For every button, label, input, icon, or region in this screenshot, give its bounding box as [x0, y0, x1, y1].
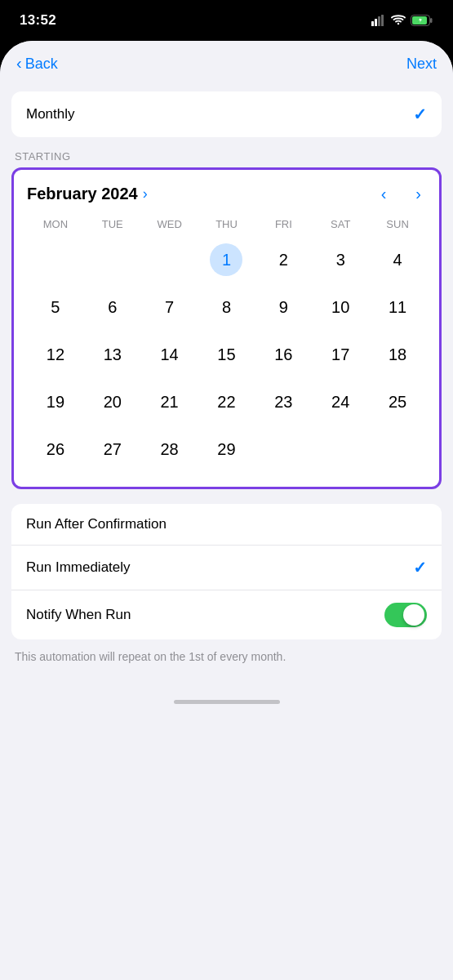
- day-cell-18[interactable]: 18: [369, 332, 426, 377]
- day-cell-6[interactable]: 6: [84, 284, 141, 330]
- options-section: Run After Confirmation Run Immediately ✓…: [11, 504, 442, 639]
- day-cell-5[interactable]: 5: [27, 284, 84, 330]
- back-button[interactable]: ‹ Back: [16, 55, 58, 73]
- starting-section-label: STARTING: [0, 137, 453, 167]
- day-cell-13[interactable]: 13: [84, 332, 141, 377]
- notify-when-run-toggle[interactable]: [384, 603, 427, 627]
- run-after-confirmation-row[interactable]: Run After Confirmation: [11, 504, 442, 545]
- calendar-nav: ‹ ›: [376, 183, 426, 205]
- day-cell-24[interactable]: 24: [312, 379, 369, 425]
- calendar-title-group[interactable]: February 2024 ›: [27, 185, 148, 203]
- calendar-month-title: February 2024: [27, 185, 138, 203]
- calendar-grid: MON TUE WED THU FRI SAT SUN 1 2 3 4 5: [27, 215, 426, 472]
- calendar-expand-icon: ›: [143, 185, 148, 203]
- day-cell-19[interactable]: 19: [27, 379, 84, 425]
- monthly-row[interactable]: Monthly ✓: [11, 91, 442, 137]
- notify-when-run-label: Notify When Run: [26, 607, 131, 623]
- day-cell-25[interactable]: 25: [369, 379, 426, 425]
- day-cell-22[interactable]: 22: [198, 379, 255, 425]
- signal-icon: [371, 15, 386, 26]
- week-row-5: 26 27 28 29: [27, 426, 426, 472]
- run-immediately-row[interactable]: Run Immediately ✓: [11, 545, 442, 590]
- day-cell-1[interactable]: 1: [198, 237, 255, 283]
- day-cell-11[interactable]: 11: [369, 284, 426, 330]
- day-cell-empty: [27, 237, 84, 283]
- day-cell-9[interactable]: 9: [255, 284, 312, 330]
- day-cell-20[interactable]: 20: [84, 379, 141, 425]
- svg-rect-3: [381, 15, 384, 26]
- day-header-mon: MON: [27, 215, 84, 234]
- day-cell-17[interactable]: 17: [312, 332, 369, 377]
- day-cell-23[interactable]: 23: [255, 379, 312, 425]
- day-header-fri: FRI: [255, 215, 312, 234]
- status-time: 13:52: [20, 12, 56, 29]
- back-chevron-icon: ‹: [16, 54, 22, 73]
- day-cell-29[interactable]: 29: [198, 426, 255, 472]
- week-row-3: 12 13 14 15 16 17 18: [27, 332, 426, 377]
- day-header-wed: WED: [141, 215, 198, 234]
- day-cell-empty: [141, 237, 198, 283]
- day-cell-12[interactable]: 12: [27, 332, 84, 377]
- day-header-sun: SUN: [369, 215, 426, 234]
- day-cell-16[interactable]: 16: [255, 332, 312, 377]
- calendar: February 2024 › ‹ › MON TUE WED THU FRI …: [11, 167, 442, 489]
- calendar-next-button[interactable]: ›: [411, 183, 426, 205]
- day-cell-4[interactable]: 4: [369, 237, 426, 283]
- day-cell-7[interactable]: 7: [141, 284, 198, 330]
- svg-rect-1: [375, 19, 377, 26]
- calendar-header: February 2024 › ‹ ›: [27, 183, 426, 205]
- svg-rect-0: [371, 21, 374, 26]
- day-header-tue: TUE: [84, 215, 141, 234]
- back-label: Back: [25, 56, 58, 73]
- day-cell-8[interactable]: 8: [198, 284, 255, 330]
- day-cell-2[interactable]: 2: [255, 237, 312, 283]
- day-cell-21[interactable]: 21: [141, 379, 198, 425]
- next-button[interactable]: Next: [406, 56, 437, 73]
- day-header-sat: SAT: [312, 215, 369, 234]
- day-cell-empty: [369, 426, 426, 472]
- day-cell-15[interactable]: 15: [198, 332, 255, 377]
- calendar-prev-button[interactable]: ‹: [376, 183, 392, 205]
- status-bar: 13:52: [0, 0, 453, 41]
- svg-rect-5: [430, 18, 433, 23]
- toggle-knob: [403, 604, 424, 626]
- day-cell-14[interactable]: 14: [141, 332, 198, 377]
- day-cell-empty: [255, 426, 312, 472]
- wifi-icon: [391, 15, 406, 26]
- footer-text: This automation will repeat on the 1st o…: [0, 639, 453, 670]
- battery-icon: [411, 15, 433, 26]
- run-after-confirmation-label: Run After Confirmation: [26, 516, 167, 532]
- monthly-label: Monthly: [26, 106, 75, 122]
- screen-content: ‹ Back Next Monthly ✓ STARTING February …: [0, 41, 453, 980]
- day-cell-empty: [312, 426, 369, 472]
- status-icons: [371, 15, 433, 26]
- home-indicator: [0, 687, 453, 710]
- run-immediately-label: Run Immediately: [26, 559, 131, 576]
- week-row-1: 1 2 3 4: [27, 237, 426, 283]
- day-cell-27[interactable]: 27: [84, 426, 141, 472]
- monthly-checkmark-icon: ✓: [413, 105, 427, 124]
- day-headers: MON TUE WED THU FRI SAT SUN: [27, 215, 426, 234]
- week-row-4: 19 20 21 22 23 24 25: [27, 379, 426, 425]
- run-immediately-checkmark-icon: ✓: [413, 558, 427, 577]
- nav-bar: ‹ Back Next: [0, 41, 453, 83]
- day-cell-empty: [84, 237, 141, 283]
- day-cell-10[interactable]: 10: [312, 284, 369, 330]
- day-cell-3[interactable]: 3: [312, 237, 369, 283]
- day-cell-28[interactable]: 28: [141, 426, 198, 472]
- home-bar: [174, 700, 280, 704]
- notify-when-run-row[interactable]: Notify When Run: [11, 590, 442, 639]
- svg-rect-2: [378, 16, 380, 26]
- week-row-2: 5 6 7 8 9 10 11: [27, 284, 426, 330]
- day-cell-26[interactable]: 26: [27, 426, 84, 472]
- day-header-thu: THU: [198, 215, 255, 234]
